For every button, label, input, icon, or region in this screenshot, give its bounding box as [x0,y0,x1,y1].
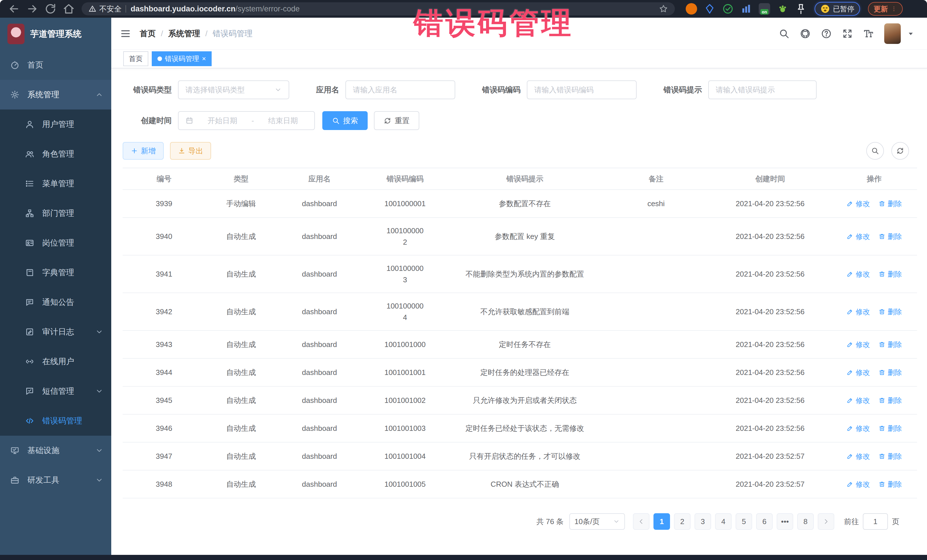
sidebar-item-用户管理[interactable]: 用户管理 [0,109,111,139]
edit-link[interactable]: 修改 [846,423,870,434]
delete-link[interactable]: 删除 [878,479,902,490]
edit-link[interactable]: 修改 [846,269,870,280]
tab-home[interactable]: 首页 [123,51,148,66]
sidebar-item-部门管理[interactable]: 部门管理 [0,199,111,228]
table-row[interactable]: 3948自动生成dashboard1001001005CRON 表达式不正确20… [123,470,917,498]
table-row[interactable]: 3940自动生成dashboard1001000002参数配置 key 重复20… [123,218,917,255]
delete-link[interactable]: 删除 [878,367,902,378]
user-avatar[interactable] [884,23,901,44]
export-button[interactable]: 导出 [170,142,211,160]
tab-error-code[interactable]: 错误码管理 × [152,51,212,66]
page-button-2[interactable]: 2 [674,513,690,530]
edit-link[interactable]: 修改 [846,367,870,378]
sidebar-item-短信管理[interactable]: 短信管理 [0,376,111,406]
delete-link[interactable]: 删除 [878,306,902,317]
security-warning-icon[interactable] [88,5,96,13]
page-button-8[interactable]: 8 [797,513,814,530]
ext-green-paw-icon[interactable] [777,3,789,15]
browser-reload-icon[interactable] [43,3,58,15]
sidebar-item-审计日志[interactable]: 审计日志 [0,317,111,347]
error-code-type-select[interactable]: 请选择错误码类型 [178,80,289,99]
sidebar-item-岗位管理[interactable]: 岗位管理 [0,228,111,258]
avatar-caret-icon[interactable] [907,30,915,37]
edit-link[interactable]: 修改 [846,306,870,317]
edit-link[interactable]: 修改 [846,395,870,406]
date-range-picker[interactable]: 开始日期 - 结束日期 [178,111,315,130]
page-button-4[interactable]: 4 [715,513,732,530]
browser-menu-icon[interactable] [891,5,897,13]
delete-link[interactable]: 删除 [878,231,902,242]
table-row[interactable]: 3947自动生成dashboard1001001004只有开启状态的任务，才可以… [123,443,917,470]
ext-on-badge-icon[interactable]: on [759,3,770,15]
page-button-5[interactable]: 5 [736,513,752,530]
address-bar[interactable]: 不安全 dashboard.yudao.iocoder.cn /system/e… [82,2,675,15]
error-message-input[interactable]: 请输入错误码提示 [708,80,817,99]
delete-link[interactable]: 删除 [878,198,902,209]
tab-close-icon[interactable]: × [202,55,206,62]
delete-link[interactable]: 删除 [878,269,902,280]
table-row[interactable]: 3942自动生成dashboard1001000004不允许获取敏感配置到前端2… [123,293,917,331]
browser-home-icon[interactable] [61,3,76,15]
add-button[interactable]: 新增 [123,142,164,160]
search-button[interactable]: 搜索 [322,111,368,130]
table-row[interactable]: 3941自动生成dashboard1001000003不能删除类型为系统内置的参… [123,255,917,293]
sidebar-item-字典管理[interactable]: 字典管理 [0,258,111,287]
app-name-input[interactable]: 请输入应用名 [345,80,455,99]
sidebar-item-错误码管理[interactable]: 错误码管理 [0,406,111,436]
sidebar-logo[interactable]: 芋道管理系统 [0,18,111,50]
start-date-placeholder[interactable]: 开始日期 [198,116,247,126]
collapse-sidebar-icon[interactable] [120,28,131,39]
table-row[interactable]: 3943自动生成dashboard1001001000定时任务不存在2021-0… [123,331,917,359]
next-page-button[interactable] [818,513,834,530]
ext-orange-circle-icon[interactable] [686,3,697,15]
delete-link[interactable]: 删除 [878,339,902,350]
goto-page-input[interactable] [863,513,888,530]
show-search-toggle-button[interactable] [866,142,884,160]
ext-blue-gem-icon[interactable] [704,3,715,15]
browser-forward-icon[interactable] [24,3,40,15]
github-icon[interactable] [800,28,811,39]
ext-pin-icon[interactable] [795,3,807,15]
prev-page-button[interactable] [633,513,649,530]
sidebar-item-在线用户[interactable]: 在线用户 [0,347,111,376]
breadcrumb-system[interactable]: 系统管理 [168,28,200,39]
refresh-table-button[interactable] [891,142,909,160]
help-icon[interactable] [821,28,832,39]
sidebar-item-首页[interactable]: 首页 [0,50,111,80]
security-label[interactable]: 不安全 [99,4,122,14]
sidebar-item-基础设施[interactable]: 基础设施 [0,436,111,465]
edit-link[interactable]: 修改 [846,479,870,490]
browser-back-icon[interactable] [6,3,22,15]
page-size-select[interactable]: 10条/页 [569,513,625,530]
page-button-1[interactable]: 1 [653,513,670,530]
edit-link[interactable]: 修改 [846,339,870,350]
delete-link[interactable]: 删除 [878,451,902,462]
delete-link[interactable]: 删除 [878,423,902,434]
sidebar-item-角色管理[interactable]: 角色管理 [0,139,111,169]
search-icon[interactable] [779,28,790,39]
font-size-icon[interactable] [863,28,874,39]
edit-link[interactable]: 修改 [846,451,870,462]
edit-link[interactable]: 修改 [846,231,870,242]
page-button-6[interactable]: 6 [756,513,773,530]
breadcrumb-home[interactable]: 首页 [140,28,156,39]
edit-link[interactable]: 修改 [846,198,870,209]
table-row[interactable]: 3945自动生成dashboard1001001002只允许修改为开启或者关闭状… [123,387,917,414]
paused-badge[interactable]: 已暂停 [815,2,860,16]
fullscreen-icon[interactable] [842,28,853,39]
error-code-input[interactable]: 请输入错误码编码 [527,80,637,99]
sidebar-item-研发工具[interactable]: 研发工具 [0,465,111,495]
bookmark-star-icon[interactable] [659,4,668,14]
sidebar-item-菜单管理[interactable]: 菜单管理 [0,169,111,199]
table-row[interactable]: 3939手动编辑dashboard1001000001参数配置不存在ceshi2… [123,190,917,218]
end-date-placeholder[interactable]: 结束日期 [258,116,307,126]
more-pages-button[interactable]: ••• [777,513,793,530]
page-button-3[interactable]: 3 [694,513,711,530]
table-row[interactable]: 3946自动生成dashboard1001001003定时任务已经处于该状态，无… [123,414,917,443]
sidebar-item-系统管理[interactable]: 系统管理 [0,80,111,109]
reset-button[interactable]: 重置 [374,111,419,130]
delete-link[interactable]: 删除 [878,395,902,406]
ext-green-check-icon[interactable] [722,3,734,15]
ext-blue-bars-icon[interactable] [740,3,752,15]
update-button[interactable]: 更新 [868,2,903,16]
